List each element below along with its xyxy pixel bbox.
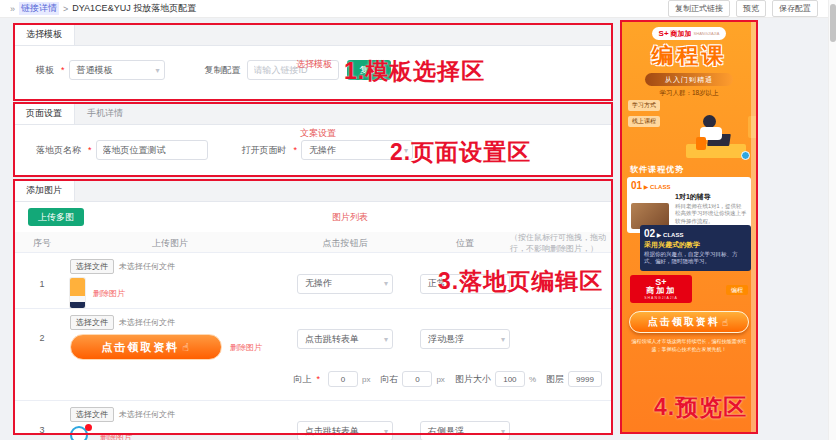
method-label: 学习方式 [628, 100, 660, 111]
file-empty-text: 未选择任何文件 [119, 409, 175, 420]
breadcrumb-separator: > [63, 4, 68, 14]
preview-button[interactable]: 预览 [736, 0, 766, 17]
hand-icon: ☝ [722, 317, 730, 328]
choose-file-button[interactable]: 选择文件 [70, 259, 114, 274]
tab-phone-detail[interactable]: 手机详情 [75, 103, 135, 124]
table-row: 1 选择文件 未选择任何文件 删除图片 无操作 ▾ 正常 ▾ [14, 252, 612, 308]
breadcrumb-current: DYA1CE&YUJ 投放落地页配置 [72, 2, 196, 15]
preview-illustration: 学习方式 线上课程 [622, 100, 756, 162]
row-index: 3 [14, 407, 70, 435]
col-index: 序号 [14, 237, 70, 250]
brand-logo-card: S+ 商加加 SHANGJIAJIA [630, 275, 692, 303]
breadcrumb-link[interactable]: 链接详情 [19, 2, 59, 15]
method-value: 线上课程 [628, 116, 660, 127]
images-tabstrip: 添加图片 [14, 180, 612, 202]
tab-page-settings[interactable]: 页面设置 [14, 103, 75, 124]
page-scrollbar-thumb[interactable] [830, 4, 836, 42]
choose-file-button[interactable]: 选择文件 [70, 407, 114, 422]
advantage-heading: 软件课程优势 [630, 164, 756, 175]
hand-icon: ☝ [182, 341, 191, 354]
save-config-button[interactable]: 保存配置 [772, 0, 818, 17]
open-page-select[interactable]: 无操作 ▾ [301, 140, 413, 160]
col-action: 点击按钮后 [270, 237, 420, 250]
row3-action-select[interactable]: 点击跳转表单 ▾ [297, 421, 393, 440]
page-settings-tabstrip: 页面设置 手机详情 [14, 103, 612, 125]
row1-position-select[interactable]: 正常 ▾ [420, 274, 510, 294]
page-settings-red-link[interactable]: 文案设置 [300, 127, 336, 140]
images-toolbar: 上传多图 图片列表 [14, 202, 612, 232]
tab-add-images[interactable]: 添加图片 [14, 180, 75, 201]
table-row: 3 选择文件 未选择任何文件 删除图片 点击跳转表单 ▾ 右侧悬浮 ▾ [14, 400, 612, 440]
chevron-down-icon: ▾ [501, 427, 505, 436]
row2-position-select[interactable]: 浮动悬浮 ▾ [420, 329, 510, 349]
col-image: 上传图片 [70, 237, 270, 250]
z-index-input[interactable] [568, 371, 602, 387]
template-select[interactable]: 普通模板 ▾ [69, 60, 165, 80]
file-empty-text: 未选择任何文件 [119, 317, 175, 328]
open-page-label: 打开页面时 [242, 144, 287, 157]
page-name-input[interactable] [96, 140, 208, 160]
position-note: （按住鼠标行可拖拽，拖动行，不影响删除图片，） [510, 232, 612, 254]
required-mark: * [294, 145, 298, 155]
copy-button[interactable]: 复制 [347, 60, 391, 80]
class1-text: 科目老师在线1对1，提供轻松高效学习环境让你快速上手软件操作流程。 [675, 203, 747, 225]
cta-image-thumbnail: 点击领取资料 ☝ [70, 334, 222, 360]
row2-offset-fields: 向上* px 向右 px 图片大小 % 图层 [270, 365, 612, 395]
page-settings-card: 页面设置 手机详情 文案设置 落地页名称 * 打开页面时 * 无操作 ▾ [14, 103, 612, 176]
row2-action-select[interactable]: 点击跳转表单 ▾ [297, 329, 393, 349]
landing-page-preview[interactable]: S+ 商加加 SHANGJIAJIA 编程课 从入门到精通 学习人群：18岁以上… [622, 22, 756, 432]
topbar-buttons: 复制正式链接 预览 保存配置 [668, 0, 818, 17]
chat-bubble-icon [741, 151, 750, 160]
chevron-down-icon: ▾ [384, 427, 388, 436]
upload-multi-button[interactable]: 上传多图 [28, 208, 84, 226]
delete-image-link[interactable]: 删除图片 [93, 288, 125, 299]
cta-button[interactable]: 点击领取资料 ☝ [629, 311, 749, 333]
copy-config-label: 复制配置 [205, 64, 241, 77]
preview-scrollbar[interactable] [751, 22, 756, 432]
required-mark: * [61, 65, 65, 75]
page-name-label: 落地页名称 [36, 144, 81, 157]
chevron-down-icon: ▾ [404, 146, 408, 155]
copy-official-link-button[interactable]: 复制正式链接 [668, 0, 730, 17]
class1-title: 1对1的辅导 [675, 192, 747, 202]
page-scrollbar[interactable] [828, 0, 836, 440]
template-card: 选择模板 选择模板 模板 * 普通模板 ▾ 复制配置 复制 [14, 24, 612, 100]
images-card: 添加图片 上传多图 图片列表 序号 上传图片 点击按钮后 位置 （按住鼠标行可拖… [14, 180, 612, 434]
image-thumbnail [70, 278, 85, 308]
choose-file-button[interactable]: 选择文件 [70, 315, 114, 330]
class2-title: 采用兴趣式的教学 [644, 240, 747, 250]
chevron-down-icon: ▾ [156, 66, 160, 75]
contact-icon-thumbnail [70, 426, 92, 440]
required-mark: * [88, 145, 92, 155]
chevron-down-icon: ▾ [501, 335, 505, 344]
image-list-caption: 图片列表 [332, 211, 368, 224]
class2-text: 根据你的兴趣点，自定义学习目标、方式、偏好，随时随地学习。 [644, 251, 747, 266]
col-position: 位置 [420, 237, 510, 250]
delete-image-link[interactable]: 删除图片 [230, 342, 262, 353]
offset-up-input[interactable] [328, 371, 358, 387]
offset-right-input[interactable] [402, 371, 432, 387]
notification-dot [85, 424, 92, 431]
chevron-down-icon: ▾ [501, 279, 505, 288]
tab-select-template[interactable]: 选择模板 [14, 24, 75, 45]
preview-subtitle: 从入门到精通 [645, 73, 733, 86]
template-tabstrip: 选择模板 [14, 24, 612, 46]
breadcrumb-icon: » [10, 4, 15, 14]
chevron-down-icon: ▾ [384, 335, 388, 344]
file-empty-text: 未选择任何文件 [119, 261, 175, 272]
preview-title: 编程课 [622, 41, 756, 71]
row1-action-select[interactable]: 无操作 ▾ [297, 274, 393, 294]
top-bar: » 链接详情 > DYA1CE&YUJ 投放落地页配置 复制正式链接 预览 保存… [0, 0, 828, 18]
template-label: 模板 [36, 64, 54, 77]
row-index: 1 [14, 279, 70, 289]
row3-position-select[interactable]: 右侧悬浮 ▾ [420, 421, 510, 440]
images-table-header: 序号 上传图片 点击按钮后 位置 （按住鼠标行可拖拽，拖动行，不影响删除图片，） [14, 232, 612, 252]
brand-logo: S+ 商加加 SHANGJIAJIA [652, 27, 726, 40]
delete-image-link[interactable]: 删除图片 [100, 432, 132, 440]
template-red-link[interactable]: 选择模板 [296, 58, 332, 71]
image-size-input[interactable] [495, 371, 525, 387]
mini-chip: 编程 [726, 285, 748, 295]
preview-footer-text: 编程领域人才市场这两年持续增长，编程技能需求旺盛；掌握核心技术抢占发展先机！ [628, 338, 750, 353]
class2-card: 02 ▶ CLASS 采用兴趣式的教学 根据你的兴趣点，自定义学习目标、方式、偏… [640, 225, 751, 271]
chevron-down-icon: ▾ [384, 279, 388, 288]
